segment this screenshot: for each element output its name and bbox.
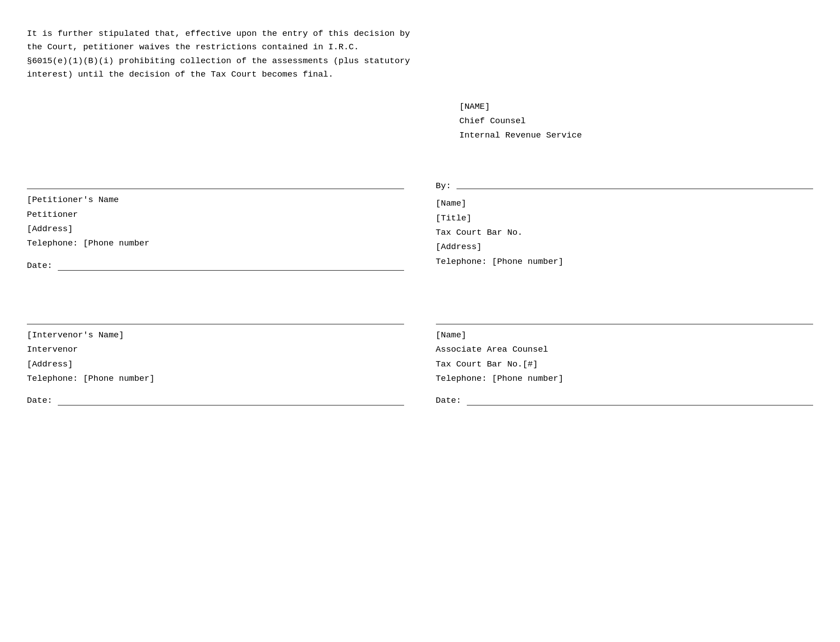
- associate-counsel-name: [Name]: [436, 328, 813, 342]
- petitioner-right-column: By: [Name] [Title] Tax Court Bar No. [Ad…: [436, 178, 813, 277]
- intervenor-telephone: Telephone: [Phone number]: [27, 371, 404, 386]
- petitioner-date-label: Date:: [27, 261, 52, 271]
- associate-counsel-telephone: Telephone: [Phone number]: [436, 371, 813, 386]
- intro-paragraph: It is further stipulated that, effective…: [27, 27, 813, 82]
- associate-counsel-fields: [Name] Associate Area Counsel Tax Court …: [436, 328, 813, 386]
- irs-counsel-telephone: Telephone: [Phone number]: [436, 254, 813, 269]
- petitioner-fields: [Petitioner's Name Petitioner [Address] …: [27, 193, 404, 250]
- intervenor-date-wrapper: Date:: [27, 395, 404, 405]
- irs-counsel-title: [Title]: [436, 211, 813, 225]
- chief-counsel-name: [NAME]: [459, 99, 813, 114]
- associate-counsel-signature-line: [436, 314, 813, 324]
- associate-date-wrapper: Date:: [436, 395, 813, 405]
- petitioner-date-line: [58, 260, 404, 271]
- by-label: By:: [436, 181, 451, 193]
- irs-counsel-fields: [Name] [Title] Tax Court Bar No. [Addres…: [436, 196, 813, 268]
- associate-date-line: [467, 395, 813, 405]
- by-row: By:: [436, 178, 813, 193]
- intervenor-signature-line: [27, 314, 404, 324]
- petitioner-role: Petitioner: [27, 207, 404, 222]
- petitioner-left-column: [Petitioner's Name Petitioner [Address] …: [27, 178, 404, 277]
- irs-counsel-signature-line: [457, 178, 813, 189]
- chief-counsel-block: [NAME] Chief Counsel Internal Revenue Se…: [459, 99, 813, 143]
- irs-counsel-address: [Address]: [436, 240, 813, 254]
- intervenor-left-column: [Intervenor's Name] Intervenor [Address]…: [27, 314, 404, 405]
- chief-counsel-title: Chief Counsel: [459, 114, 813, 128]
- intervenor-section: [Intervenor's Name] Intervenor [Address]…: [27, 314, 813, 405]
- petitioner-name: [Petitioner's Name: [27, 193, 404, 207]
- intervenor-role: Intervenor: [27, 342, 404, 357]
- intervenor-date-line: [58, 395, 404, 405]
- petitioner-section: [Petitioner's Name Petitioner [Address] …: [27, 178, 813, 277]
- associate-counsel-bar-no: Tax Court Bar No.[#]: [436, 357, 813, 371]
- petitioner-address: [Address]: [27, 222, 404, 236]
- irs-counsel-name: [Name]: [436, 196, 813, 211]
- intervenor-right-column: [Name] Associate Area Counsel Tax Court …: [436, 314, 813, 405]
- chief-counsel-agency: Internal Revenue Service: [459, 128, 813, 142]
- petitioner-signature-line: [27, 178, 404, 189]
- intervenor-address: [Address]: [27, 357, 404, 371]
- associate-date-label: Date:: [436, 396, 461, 405]
- petitioner-telephone: Telephone: [Phone number: [27, 236, 404, 250]
- associate-counsel-title: Associate Area Counsel: [436, 342, 813, 357]
- intervenor-name: [Intervenor's Name]: [27, 328, 404, 342]
- petitioner-date-wrapper: Date:: [27, 260, 404, 271]
- intervenor-fields: [Intervenor's Name] Intervenor [Address]…: [27, 328, 404, 386]
- intervenor-date-label: Date:: [27, 396, 52, 405]
- irs-counsel-bar-no: Tax Court Bar No.: [436, 225, 813, 240]
- document-page: It is further stipulated that, effective…: [27, 18, 813, 441]
